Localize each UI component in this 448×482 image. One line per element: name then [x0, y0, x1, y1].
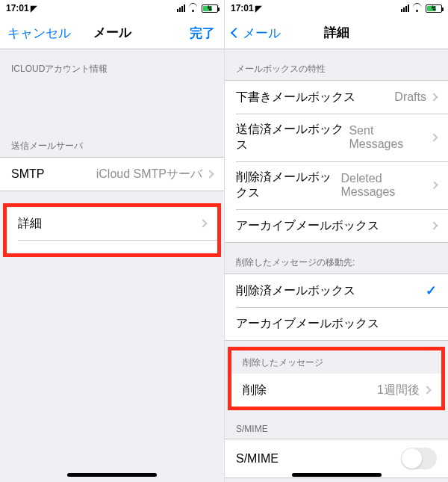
location-icon: ◤ — [31, 4, 37, 13]
nav-title: メール — [93, 24, 131, 41]
remove-label: 削除 — [243, 383, 267, 398]
smtp-group: SMTP iCloud SMTPサーバ — [0, 157, 224, 191]
advanced-row-pad — [7, 240, 217, 253]
smime-label: S/MIME — [236, 452, 279, 466]
move-discarded-header: 削除したメッセージの移動先: — [225, 243, 448, 274]
deleted-row[interactable]: 削除済メールボックス Deleted Messages — [225, 161, 448, 209]
status-right: ↯ — [401, 4, 442, 13]
chevron-right-icon — [430, 182, 438, 190]
cancel-button[interactable]: キャンセル — [7, 16, 71, 49]
chevron-right-icon — [199, 219, 207, 227]
move-group: 削除済メールボックス ✓ アーカイブメールボックス — [225, 274, 448, 341]
home-indicator[interactable] — [292, 473, 382, 477]
sent-label: 送信済メールボックス — [236, 122, 349, 153]
back-button[interactable]: メール — [232, 16, 281, 49]
smtp-value: iCloud SMTPサーバ — [96, 167, 202, 182]
advanced-label: 詳細 — [18, 216, 42, 232]
chevron-right-icon — [429, 221, 438, 229]
deleted-label: 削除済メールボックス — [236, 170, 340, 201]
sent-value: Sent Messages — [349, 124, 426, 151]
battery-icon: ↯ — [202, 4, 218, 13]
move-deleted-row[interactable]: 削除済メールボックス ✓ — [225, 274, 448, 307]
deleted-value: Deleted Messages — [340, 172, 426, 199]
move-deleted-label: 削除済メールボックス — [236, 283, 355, 299]
archive-label: アーカイブメールボックス — [236, 218, 379, 234]
remove-value: 1週間後 — [377, 383, 420, 398]
remove-row[interactable]: 削除 1週間後 — [231, 374, 441, 407]
nav-title: 詳細 — [324, 24, 349, 41]
done-button[interactable]: 完了 — [190, 16, 215, 49]
mailbox-behaviors-header: メールボックスの特性 — [225, 49, 448, 80]
mailbox-group: 下書きメールボックス Drafts 送信済メールボックス Sent Messag… — [225, 80, 448, 243]
deleted-messages-header: 削除したメッセージ — [231, 350, 441, 374]
status-bar: 17:01◤ ↯ — [225, 0, 448, 16]
nav-bar: キャンセル メール 完了 — [0, 16, 224, 49]
status-time: 17:01◤ — [231, 3, 261, 13]
signal-icon — [401, 4, 409, 12]
chevron-right-icon — [205, 170, 214, 178]
chevron-right-icon — [429, 93, 438, 101]
home-indicator[interactable] — [67, 473, 157, 477]
move-archive-label: アーカイブメールボックス — [236, 316, 379, 332]
remove-highlight: 削除したメッセージ 削除 1週間後 — [228, 347, 445, 410]
status-right: ↯ — [177, 4, 218, 13]
content: メールボックスの特性 下書きメールボックス Drafts 送信済メールボックス … — [225, 49, 448, 482]
drafts-row[interactable]: 下書きメールボックス Drafts — [225, 81, 448, 114]
account-info-header: ICLOUDアカウント情報 — [0, 49, 224, 80]
smime-toggle[interactable] — [401, 448, 437, 469]
battery-icon: ↯ — [426, 4, 442, 13]
smtp-row[interactable]: SMTP iCloud SMTPサーバ — [0, 158, 224, 191]
advanced-settings-screen: 17:01◤ ↯ メール 詳細 メールボックスの特性 下書きメールボックス Dr… — [224, 0, 448, 482]
smime-header: S/MIME — [225, 410, 448, 439]
smime-row: S/MIME — [225, 439, 448, 478]
drafts-value: Drafts — [394, 90, 426, 104]
signal-icon — [177, 4, 185, 12]
sent-row[interactable]: 送信済メールボックス Sent Messages — [225, 114, 448, 161]
archive-row[interactable]: アーカイブメールボックス — [225, 209, 448, 242]
nav-bar: メール 詳細 — [225, 16, 448, 49]
wifi-icon — [412, 4, 423, 12]
status-bar: 17:01◤ ↯ — [0, 0, 224, 16]
checkmark-icon: ✓ — [426, 282, 437, 299]
outgoing-server-header: 送信メールサーバ — [0, 126, 224, 157]
chevron-right-icon — [423, 386, 431, 394]
mail-settings-screen: 17:01◤ ↯ キャンセル メール 完了 ICLOUDアカウント情報 送信メー… — [0, 0, 224, 482]
advanced-row[interactable]: 詳細 — [7, 207, 217, 240]
move-archive-row[interactable]: アーカイブメールボックス — [225, 307, 448, 340]
smtp-label: SMTP — [11, 167, 44, 181]
chevron-right-icon — [430, 133, 438, 141]
wifi-icon — [188, 4, 199, 12]
content: ICLOUDアカウント情報 送信メールサーバ SMTP iCloud SMTPサ… — [0, 49, 224, 482]
status-time: 17:01◤ — [6, 3, 37, 13]
drafts-label: 下書きメールボックス — [236, 90, 355, 105]
location-icon: ◤ — [255, 4, 261, 13]
advanced-highlight: 詳細 — [3, 203, 221, 257]
chevron-left-icon — [231, 28, 241, 38]
